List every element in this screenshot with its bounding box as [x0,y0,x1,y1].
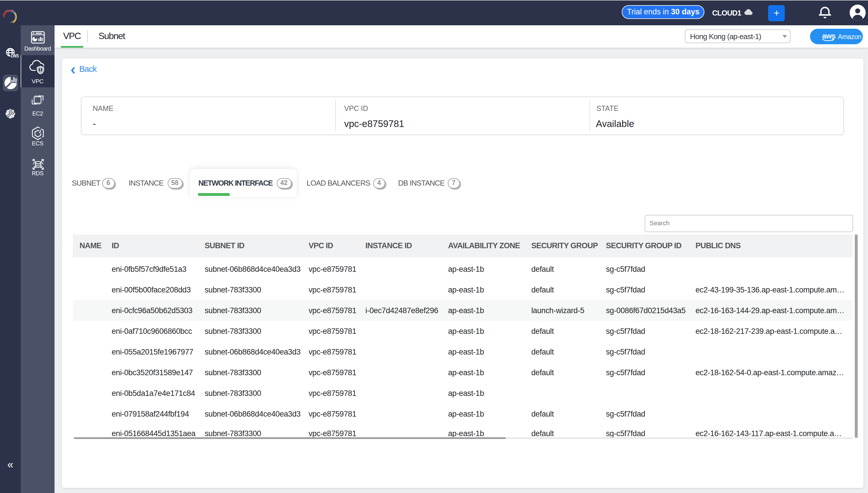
svg-text:DNS: DNS [11,53,19,58]
